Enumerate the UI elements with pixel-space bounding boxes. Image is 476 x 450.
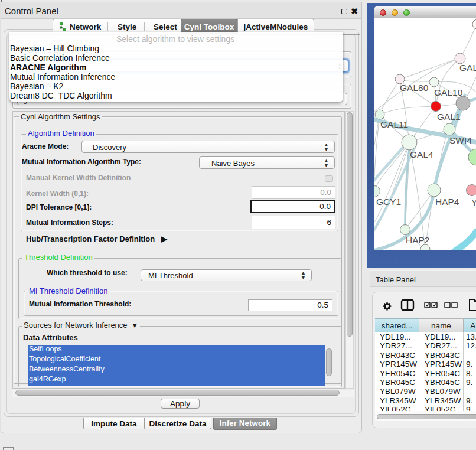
svg-text:GAL: GAL — [459, 63, 476, 73]
svg-text:GAL80: GAL80 — [400, 83, 429, 93]
svg-text:GAL10: GAL10 — [434, 87, 463, 97]
svg-text:GAL1: GAL1 — [437, 112, 461, 122]
svg-text:SWI4: SWI4 — [449, 135, 472, 145]
svg-text:HAP4: HAP4 — [435, 197, 459, 207]
svg-text:GCY1: GCY1 — [376, 197, 401, 207]
svg-text:Y: Y — [471, 197, 476, 207]
svg-text:HAP2: HAP2 — [406, 235, 430, 245]
svg-text:GAL4: GAL4 — [410, 149, 433, 159]
svg-text:GAL11: GAL11 — [380, 119, 408, 129]
